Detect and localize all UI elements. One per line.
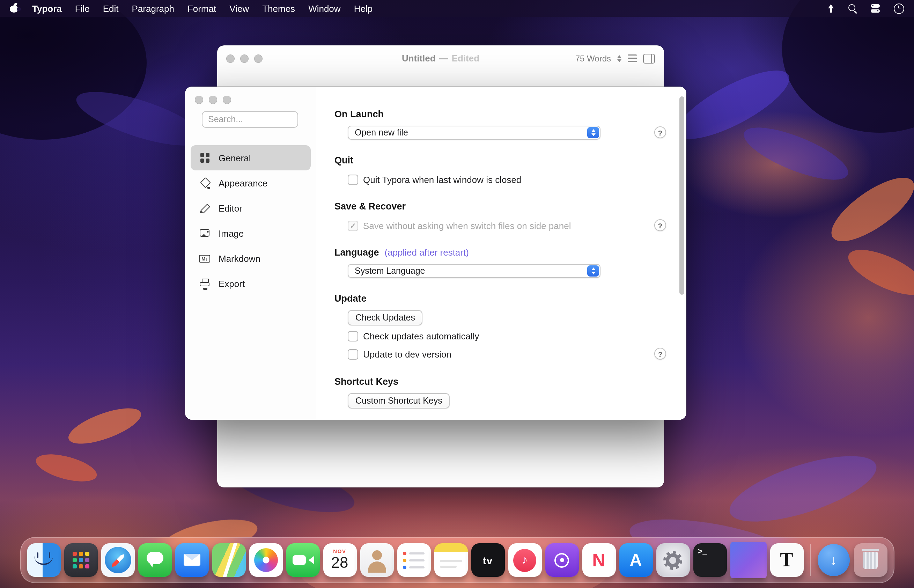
icon-part xyxy=(201,234,207,236)
menu-paragraph[interactable]: Paragraph xyxy=(132,3,174,14)
document-titlebar[interactable]: Untitled — Edited 75 Words xyxy=(217,45,664,71)
preferences-window: General Appearance Editor xyxy=(185,87,686,420)
sidebar-item-editor[interactable]: Editor xyxy=(191,195,311,221)
dock-terminal-icon[interactable]: >_ xyxy=(693,543,727,577)
help-button-save-recover[interactable]: ? xyxy=(654,219,666,231)
update-dev-version-label: Update to dev version xyxy=(363,349,451,359)
icon-part xyxy=(207,187,210,189)
dock-calendar-icon[interactable]: NOV 28 xyxy=(323,543,357,577)
dock-music-icon[interactable]: ♪ xyxy=(508,543,541,577)
icon-part xyxy=(72,552,76,556)
dock-podcasts-icon[interactable] xyxy=(545,543,578,577)
quit-checkbox[interactable] xyxy=(348,174,358,185)
dock-reminders-icon[interactable] xyxy=(397,543,431,577)
sidebar-item-label: Image xyxy=(218,228,244,239)
save-without-asking-checkbox[interactable]: ✓ xyxy=(348,220,358,231)
zoom-button[interactable] xyxy=(223,96,231,104)
dock-separator xyxy=(810,544,810,576)
icon-part xyxy=(402,551,406,555)
icon-part xyxy=(409,552,424,554)
display-arrow-icon[interactable] xyxy=(827,4,835,13)
zoom-button[interactable] xyxy=(254,54,263,63)
icon-part xyxy=(409,559,424,561)
search-input[interactable] xyxy=(202,111,298,128)
sidebar-item-export[interactable]: Export xyxy=(191,271,311,296)
dock-maps-icon[interactable] xyxy=(212,543,245,577)
sidebar-item-appearance[interactable]: Appearance xyxy=(191,170,311,195)
icon-part xyxy=(308,556,314,564)
dock-system-settings-icon[interactable] xyxy=(656,543,690,577)
close-button[interactable] xyxy=(195,96,203,104)
dropdown-arrows-icon xyxy=(587,265,599,276)
markdown-icon: M↓ xyxy=(199,252,211,264)
close-button[interactable] xyxy=(226,54,235,63)
icon-part xyxy=(863,551,878,569)
calendar-day: 28 xyxy=(331,554,349,571)
clock-icon[interactable] xyxy=(894,3,904,14)
dock-mail-icon[interactable] xyxy=(175,543,208,577)
icon-part xyxy=(409,566,424,568)
document-edited-label: Edited xyxy=(452,53,480,63)
menu-file[interactable]: File xyxy=(75,3,90,14)
dock-typora-icon[interactable]: T xyxy=(770,543,803,577)
dock-preview-thumbnail[interactable] xyxy=(730,542,766,578)
sidebar-item-image[interactable]: Image xyxy=(191,221,311,246)
dropdown-arrows-icon xyxy=(587,127,599,138)
help-button-dev-version[interactable]: ? xyxy=(654,348,666,360)
outline-list-icon[interactable] xyxy=(628,55,637,62)
dock-news-icon[interactable]: N xyxy=(582,543,615,577)
menu-themes[interactable]: Themes xyxy=(262,3,295,14)
preferences-sidebar: General Appearance Editor xyxy=(185,87,317,420)
custom-shortcut-keys-button[interactable]: Custom Shortcut Keys xyxy=(348,393,450,409)
minimize-button[interactable] xyxy=(209,96,217,104)
dock-notes-icon[interactable] xyxy=(434,543,467,577)
check-updates-automatically-checkbox[interactable] xyxy=(348,331,358,341)
dock-downloads-icon[interactable]: ↓ xyxy=(817,543,850,577)
dock-photos-icon[interactable] xyxy=(249,543,283,577)
help-button-on-launch[interactable]: ? xyxy=(654,126,666,138)
icon-part xyxy=(202,278,209,282)
dock-appstore-icon[interactable]: A xyxy=(619,543,652,577)
icon-part xyxy=(292,555,305,565)
dock-appletv-icon[interactable]: tv xyxy=(471,543,504,577)
word-count[interactable]: 75 Words xyxy=(575,53,611,63)
update-dev-version-checkbox[interactable] xyxy=(348,349,358,359)
dock-launchpad-icon[interactable] xyxy=(64,543,97,577)
menu-help[interactable]: Help xyxy=(354,3,373,14)
check-updates-button[interactable]: Check Updates xyxy=(348,310,423,325)
word-count-stepper-icon[interactable] xyxy=(617,55,622,62)
sidebar-item-general[interactable]: General xyxy=(191,145,311,170)
on-launch-dropdown[interactable]: Open new file xyxy=(348,126,601,140)
dock: NOV 28 tv ♪ N A xyxy=(20,537,894,583)
dock-contacts-icon[interactable] xyxy=(360,543,394,577)
section-heading-quit: Quit xyxy=(334,155,660,166)
dropdown-value: Open new file xyxy=(355,126,408,139)
grid-icon xyxy=(199,152,211,164)
menu-app-name[interactable]: Typora xyxy=(32,3,62,14)
terminal-prompt-glyph: >_ xyxy=(698,548,707,556)
dock-trash-icon[interactable] xyxy=(854,543,887,577)
sidebar-item-label: Markdown xyxy=(218,253,260,263)
menu-format[interactable]: Format xyxy=(187,3,216,14)
scrollbar[interactable] xyxy=(679,96,684,295)
icon-part xyxy=(254,548,278,572)
dock-finder-icon[interactable] xyxy=(27,543,60,577)
sidebar-toggle-icon[interactable] xyxy=(643,53,655,63)
checkmark-icon: ✓ xyxy=(350,222,356,229)
control-center-icon[interactable] xyxy=(871,4,880,13)
dock-facetime-icon[interactable] xyxy=(286,543,320,577)
dock-messages-icon[interactable] xyxy=(138,543,171,577)
minimize-button[interactable] xyxy=(240,54,249,63)
menu-edit[interactable]: Edit xyxy=(103,3,119,14)
sidebar-item-markdown[interactable]: M↓ Markdown xyxy=(191,246,311,271)
section-heading-on-launch: On Launch xyxy=(334,109,660,120)
apple-menu-icon[interactable] xyxy=(10,3,19,13)
spotlight-search-icon[interactable] xyxy=(848,4,857,13)
language-dropdown[interactable]: System Language xyxy=(348,264,601,278)
gear-icon xyxy=(663,551,682,570)
menu-view[interactable]: View xyxy=(229,3,249,14)
icon-part xyxy=(200,282,210,286)
dock-safari-icon[interactable] xyxy=(101,543,134,577)
icon-part xyxy=(402,558,406,562)
menu-window[interactable]: Window xyxy=(308,3,341,14)
